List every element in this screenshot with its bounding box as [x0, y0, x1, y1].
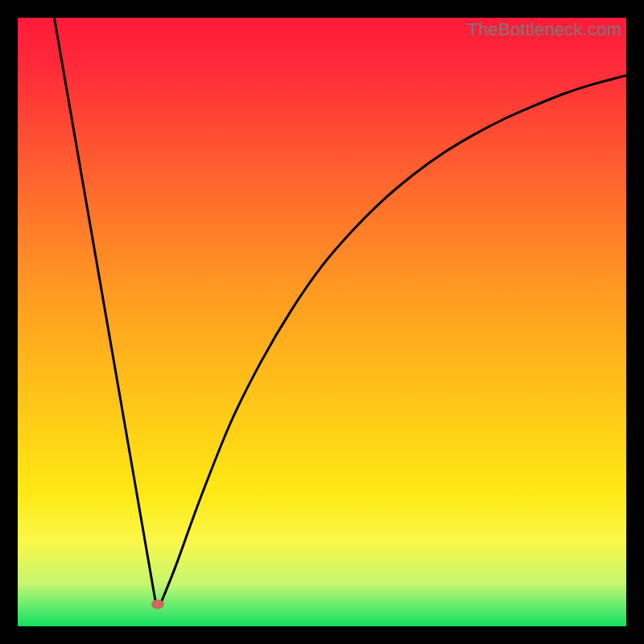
chart-svg — [18, 18, 626, 626]
watermark-text: TheBottleneck.com — [467, 19, 621, 40]
chart-frame: TheBottleneck.com — [18, 18, 626, 626]
gradient-background — [18, 18, 626, 626]
minimum-marker — [151, 600, 164, 609]
